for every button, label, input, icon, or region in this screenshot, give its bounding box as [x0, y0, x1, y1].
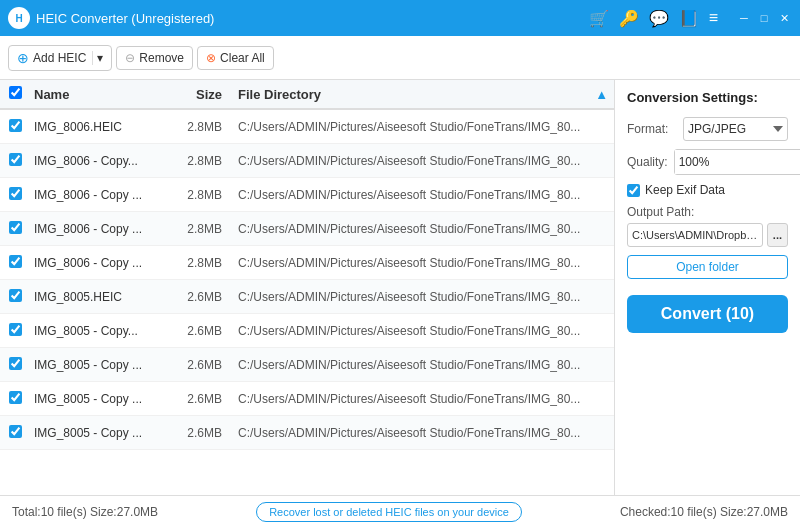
table-row: IMG_8006 - Copy... 2.8MB C:/Users/ADMIN/…	[0, 144, 614, 178]
minimize-button[interactable]: ─	[736, 10, 752, 26]
row-name: IMG_8005 - Copy ...	[30, 426, 160, 440]
row-checkbox[interactable]	[9, 357, 22, 370]
add-dropdown-arrow[interactable]: ▾	[92, 51, 103, 65]
header-directory: File Directory ▲	[230, 87, 614, 102]
row-name: IMG_8006.HEIC	[30, 120, 160, 134]
output-path-section: Output Path: ...	[627, 205, 788, 247]
row-dir: C:/Users/ADMIN/Pictures/Aiseesoft Studio…	[230, 256, 614, 270]
share-icon[interactable]: 📘	[679, 9, 699, 28]
keep-exif-row: Keep Exif Data	[627, 183, 788, 197]
chat-icon[interactable]: 💬	[649, 9, 669, 28]
output-path-row: ...	[627, 223, 788, 247]
remove-button[interactable]: ⊖ Remove	[116, 46, 193, 70]
quality-input[interactable]	[675, 150, 800, 174]
convert-button[interactable]: Convert (10)	[627, 295, 788, 333]
clear-all-button[interactable]: ⊗ Clear All	[197, 46, 274, 70]
cart-icon[interactable]: 🛒	[589, 9, 609, 28]
row-dir: C:/Users/ADMIN/Pictures/Aiseesoft Studio…	[230, 154, 614, 168]
output-path-input[interactable]	[627, 223, 763, 247]
settings-title: Conversion Settings:	[627, 90, 788, 105]
row-size: 2.8MB	[160, 222, 230, 236]
row-dir: C:/Users/ADMIN/Pictures/Aiseesoft Studio…	[230, 120, 614, 134]
app-logo: H	[8, 7, 30, 29]
select-all-checkbox[interactable]	[9, 86, 22, 99]
table-row: IMG_8006 - Copy ... 2.8MB C:/Users/ADMIN…	[0, 212, 614, 246]
row-checkbox-cell	[0, 391, 30, 407]
format-select[interactable]: JPG/JPEG PNG BMP TIFF GIF	[683, 117, 788, 141]
clear-icon: ⊗	[206, 51, 216, 65]
row-checkbox-cell	[0, 357, 30, 373]
row-size: 2.6MB	[160, 358, 230, 372]
table-header: Name Size File Directory ▲	[0, 80, 614, 110]
row-name: IMG_8005 - Copy ...	[30, 358, 160, 372]
add-icon: ⊕	[17, 50, 29, 66]
key-icon[interactable]: 🔑	[619, 9, 639, 28]
open-folder-button[interactable]: Open folder	[627, 255, 788, 279]
row-dir: C:/Users/ADMIN/Pictures/Aiseesoft Studio…	[230, 392, 614, 406]
row-checkbox-cell	[0, 187, 30, 203]
row-size: 2.8MB	[160, 154, 230, 168]
row-size: 2.8MB	[160, 120, 230, 134]
file-list-container: Name Size File Directory ▲ IMG_8006.HEIC…	[0, 80, 615, 495]
row-checkbox-cell	[0, 153, 30, 169]
row-dir: C:/Users/ADMIN/Pictures/Aiseesoft Studio…	[230, 426, 614, 440]
row-size: 2.8MB	[160, 256, 230, 270]
clear-label: Clear All	[220, 51, 265, 65]
row-checkbox[interactable]	[9, 289, 22, 302]
row-checkbox[interactable]	[9, 187, 22, 200]
keep-exif-checkbox[interactable]	[627, 184, 640, 197]
table-row: IMG_8006.HEIC 2.8MB C:/Users/ADMIN/Pictu…	[0, 110, 614, 144]
table-row: IMG_8005 - Copy... 2.6MB C:/Users/ADMIN/…	[0, 314, 614, 348]
header-name: Name	[30, 87, 160, 102]
quality-row: Quality: ▲ ▼	[627, 149, 788, 175]
output-path-label: Output Path:	[627, 205, 788, 219]
row-name: IMG_8005.HEIC	[30, 290, 160, 304]
add-heic-label: Add HEIC	[33, 51, 86, 65]
remove-icon: ⊖	[125, 51, 135, 65]
row-name: IMG_8006 - Copy ...	[30, 222, 160, 236]
quality-label: Quality:	[627, 155, 668, 169]
row-checkbox-cell	[0, 221, 30, 237]
row-name: IMG_8006 - Copy...	[30, 154, 160, 168]
row-checkbox-cell	[0, 323, 30, 339]
remove-label: Remove	[139, 51, 184, 65]
maximize-button[interactable]: □	[756, 10, 772, 26]
checked-status: Checked:10 file(s) Size:27.0MB	[620, 505, 788, 519]
path-browse-button[interactable]: ...	[767, 223, 788, 247]
row-checkbox-cell	[0, 425, 30, 441]
row-checkbox-cell	[0, 289, 30, 305]
keep-exif-label: Keep Exif Data	[645, 183, 725, 197]
row-dir: C:/Users/ADMIN/Pictures/Aiseesoft Studio…	[230, 358, 614, 372]
titlebar-left: H HEIC Converter (Unregistered)	[8, 7, 214, 29]
menu-icon[interactable]: ≡	[709, 9, 718, 27]
close-button[interactable]: ✕	[776, 10, 792, 26]
row-checkbox[interactable]	[9, 425, 22, 438]
header-size: Size	[160, 87, 230, 102]
row-checkbox[interactable]	[9, 391, 22, 404]
row-size: 2.6MB	[160, 426, 230, 440]
row-checkbox[interactable]	[9, 221, 22, 234]
statusbar: Total:10 file(s) Size:27.0MB Recover los…	[0, 495, 800, 527]
quality-input-wrap: ▲ ▼	[674, 149, 800, 175]
sort-icon[interactable]: ▲	[595, 87, 608, 102]
main-content: Name Size File Directory ▲ IMG_8006.HEIC…	[0, 80, 800, 495]
row-size: 2.6MB	[160, 324, 230, 338]
table-row: IMG_8005 - Copy ... 2.6MB C:/Users/ADMIN…	[0, 348, 614, 382]
total-status: Total:10 file(s) Size:27.0MB	[12, 505, 158, 519]
row-dir: C:/Users/ADMIN/Pictures/Aiseesoft Studio…	[230, 290, 614, 304]
recover-button[interactable]: Recover lost or deleted HEIC files on yo…	[256, 502, 522, 522]
row-checkbox-cell	[0, 255, 30, 271]
row-checkbox[interactable]	[9, 255, 22, 268]
row-name: IMG_8005 - Copy...	[30, 324, 160, 338]
row-dir: C:/Users/ADMIN/Pictures/Aiseesoft Studio…	[230, 188, 614, 202]
add-heic-button[interactable]: ⊕ Add HEIC ▾	[8, 45, 112, 71]
titlebar: H HEIC Converter (Unregistered) 🛒 🔑 💬 📘 …	[0, 0, 800, 36]
header-checkbox-cell	[0, 86, 30, 102]
row-checkbox[interactable]	[9, 119, 22, 132]
row-checkbox[interactable]	[9, 323, 22, 336]
table-row: IMG_8006 - Copy ... 2.8MB C:/Users/ADMIN…	[0, 246, 614, 280]
row-checkbox[interactable]	[9, 153, 22, 166]
row-size: 2.8MB	[160, 188, 230, 202]
table-row: IMG_8005 - Copy ... 2.6MB C:/Users/ADMIN…	[0, 416, 614, 450]
row-dir: C:/Users/ADMIN/Pictures/Aiseesoft Studio…	[230, 222, 614, 236]
